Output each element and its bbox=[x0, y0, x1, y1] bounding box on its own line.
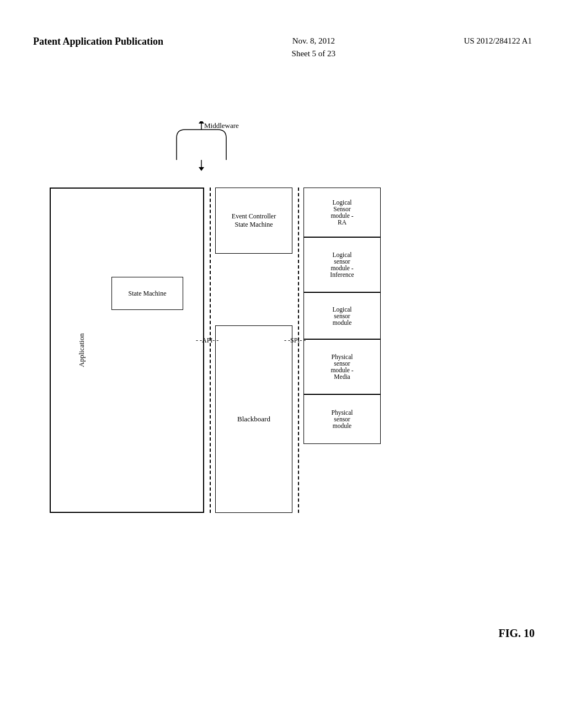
right-box-label-1: Logicalsensormodule -Inference bbox=[330, 251, 354, 278]
sheet-info: Sheet 5 of 23 bbox=[292, 49, 336, 58]
middleware-brace-svg bbox=[166, 121, 276, 171]
right-box-label-3: Physicalsensormodule -Media bbox=[331, 354, 353, 380]
application-label: Application bbox=[77, 333, 86, 367]
right-box-0: LogicalSensormodule -RA bbox=[303, 188, 381, 237]
publication-title: Patent Application Publication bbox=[33, 35, 163, 49]
event-controller-label: Event Controller State Machine bbox=[232, 212, 276, 229]
api-dashed-line bbox=[210, 188, 211, 513]
right-box-label-4: Physicalsensormodule bbox=[332, 409, 353, 429]
state-machine-inner-box: State Machine bbox=[111, 277, 183, 310]
blackboard-label: Blackboard bbox=[237, 415, 270, 424]
right-box-4: Physicalsensormodule bbox=[303, 394, 381, 444]
publication-date: Nov. 8, 2012 bbox=[292, 36, 335, 45]
right-box-2: Logicalsensormodule bbox=[303, 292, 381, 339]
svg-marker-3 bbox=[199, 121, 204, 124]
right-boxes-container: LogicalSensormodule -RA Logicalsensormod… bbox=[303, 188, 381, 444]
spi-label: - -SPI- - bbox=[284, 336, 306, 345]
publication-date-sheet: Nov. 8, 2012 Sheet 5 of 23 bbox=[292, 35, 336, 60]
right-box-label-0: LogicalSensormodule -RA bbox=[331, 199, 353, 226]
spi-dashed-line bbox=[298, 188, 299, 513]
svg-marker-1 bbox=[199, 167, 204, 171]
right-box-3: Physicalsensormodule -Media bbox=[303, 339, 381, 394]
blackboard-box: Blackboard bbox=[215, 325, 292, 513]
right-box-1: Logicalsensormodule -Inference bbox=[303, 237, 381, 292]
page-header: Patent Application Publication Nov. 8, 2… bbox=[0, 35, 565, 60]
application-outer-box: Application State Machine bbox=[50, 188, 204, 513]
state-machine-label: State Machine bbox=[129, 290, 167, 298]
diagram-area: Middleware Application State Machine - -… bbox=[33, 121, 513, 618]
event-controller-box: Event Controller State Machine bbox=[215, 188, 292, 254]
right-box-label-2: Logicalsensormodule bbox=[332, 306, 351, 326]
publication-number: US 2012/284122 A1 bbox=[464, 35, 532, 47]
fig-label: FIG. 10 bbox=[498, 627, 535, 640]
